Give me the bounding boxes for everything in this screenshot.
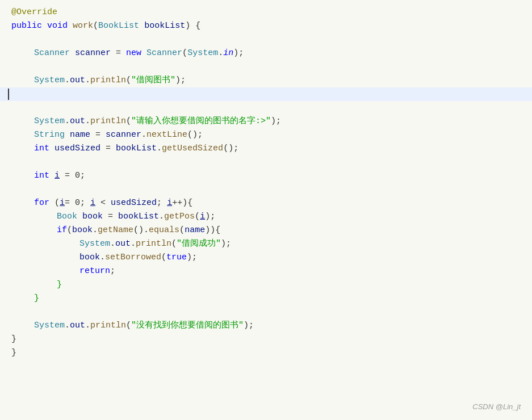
system-ref-2: System (34, 116, 65, 126)
brace-close-if: } (57, 280, 62, 289)
line-blank-3 (0, 101, 532, 115)
out-ref-3: out (115, 239, 131, 249)
line-println-4: System.out.println("没有找到你想要借阅的图书"); (0, 319, 532, 333)
line-if: if(book.getName().equals(name)){ (0, 224, 532, 237)
nextline-method: nextLine (146, 130, 187, 140)
booklist-ref-2: bookList (118, 212, 159, 221)
param-booklist: bookList (144, 21, 185, 31)
line-close-class-content: } (11, 346, 532, 360)
field-in: in (223, 48, 233, 58)
out-ref-2: out (70, 116, 85, 126)
class-scanner: Scanner (34, 48, 70, 58)
line-return: return; (0, 264, 532, 278)
line-close-if: } (0, 278, 532, 292)
type-int-1: int (34, 144, 49, 153)
line-println-1-content: System.out.println("借阅图书"); (34, 74, 532, 87)
system-ref-3: System (79, 239, 110, 249)
line-close-for: } (0, 292, 532, 305)
line-blank-1 (0, 33, 532, 47)
var-i-getpos: i (200, 212, 205, 221)
line-book-content: Book book = bookList.getPos(i); (57, 210, 532, 224)
var-i-for2: i (90, 198, 95, 208)
line-for: for (i= 0; i < usedSized; i++){ (0, 196, 532, 210)
println-method-3: println (136, 239, 171, 249)
class-scanner2: Scanner (146, 48, 182, 58)
line-close-class: } (0, 346, 532, 360)
line-println-3-content: System.out.println("借阅成功"); (79, 237, 532, 251)
line-println-3: System.out.println("借阅成功"); (0, 237, 532, 251)
line-book: Book book = bookList.getPos(i); (0, 210, 532, 224)
class-book: Book (57, 212, 77, 221)
type-string: String (34, 130, 65, 140)
usedsized-ref: usedSized (111, 198, 157, 208)
line-println-4-content: System.out.println("没有找到你想要借阅的图书"); (34, 319, 532, 333)
line-println-1: System.out.println("借阅图书"); (0, 74, 532, 87)
line-2: public void work(BookList bookList) { (0, 19, 532, 33)
line-usedsized-content: int usedSized = bookList.getUsedSized(); (34, 142, 532, 156)
line-blank-6 (0, 305, 532, 319)
var-name: name (70, 130, 90, 140)
method-work: work (73, 21, 93, 31)
println-method-2: println (90, 116, 126, 126)
line-1: @Override (0, 6, 532, 19)
var-i-for1: i (60, 198, 65, 208)
system-ref-4: System (34, 321, 65, 330)
var-i-decl: i (55, 171, 60, 180)
keyword-return: return (79, 266, 110, 276)
line-1-content: @Override (11, 6, 532, 19)
getname-method: getName (98, 225, 133, 235)
var-scanner: scanner (75, 48, 111, 58)
getusedsized-method: getUsedSized (162, 144, 223, 153)
var-usedsized: usedSized (55, 144, 100, 153)
book-ref-2: book (79, 253, 100, 262)
code-editor: @Override public void work(BookList book… (0, 0, 532, 420)
line-usedsized: int usedSized = bookList.getUsedSized(); (0, 142, 532, 156)
scanner-ref-2: scanner (106, 130, 141, 140)
line-close-work: } (0, 333, 532, 346)
class-system: System (187, 48, 218, 58)
keyword-if: if (57, 225, 67, 235)
line-string-name: String name = scanner.nextLine(); (0, 128, 532, 142)
line-if-content: if(book.getName().equals(name)){ (57, 224, 532, 237)
keyword-new: new (126, 48, 141, 58)
line-setborrowed-content: book.setBorrowed(true); (79, 251, 532, 264)
book-ref-1: book (72, 225, 93, 235)
type-int-2: int (34, 171, 49, 180)
line-2-content: public void work(BookList bookList) { (11, 19, 532, 33)
var-book: book (82, 212, 103, 221)
line-cursor (0, 87, 532, 101)
line-close-if-content: } (57, 278, 532, 292)
line-int-i: int i = 0; (0, 169, 532, 183)
println-method-1: println (90, 75, 126, 85)
string-3: "借阅成功" (177, 239, 221, 249)
keyword-for: for (34, 198, 49, 208)
brace-close-for: } (34, 293, 39, 303)
line-blank-5 (0, 183, 532, 196)
string-1: "借阅图书" (131, 75, 175, 85)
line-setborrowed: book.setBorrowed(true); (0, 251, 532, 264)
string-4: "没有找到你想要借阅的图书" (131, 321, 244, 330)
line-println-2-content: System.out.println("请输入你想要借阅的图书的名字:>"); (34, 115, 532, 128)
out-ref-4: out (70, 321, 85, 330)
line-close-for-content: } (34, 292, 532, 305)
equals-method: equals (149, 225, 179, 235)
line-for-content: for (i= 0; i < usedSized; i++){ (34, 196, 532, 210)
line-close-work-content: } (11, 333, 532, 346)
line-string-name-content: String name = scanner.nextLine(); (34, 128, 532, 142)
watermark: CSDN @Lin_jt (472, 401, 521, 413)
line-println-2: System.out.println("请输入你想要借阅的图书的名字:>"); (0, 115, 532, 128)
line-blank-4 (0, 156, 532, 169)
line-return-content: return; (79, 264, 532, 278)
println-method-4: println (90, 321, 126, 330)
out-ref-1: out (70, 75, 85, 85)
setborrowed-method: setBorrowed (105, 253, 161, 262)
system-ref-1: System (34, 75, 65, 85)
booklist-ref-1: bookList (116, 144, 157, 153)
class-booklist: BookList (98, 21, 139, 31)
line-int-i-content: int i = 0; (34, 169, 532, 183)
getpos-method: getPos (164, 212, 195, 221)
name-ref: name (185, 225, 205, 235)
line-scanner-content: Scanner scanner = new Scanner(System.in)… (34, 47, 532, 60)
annotation: @Override (11, 7, 57, 17)
keyword-true: true (166, 253, 187, 262)
